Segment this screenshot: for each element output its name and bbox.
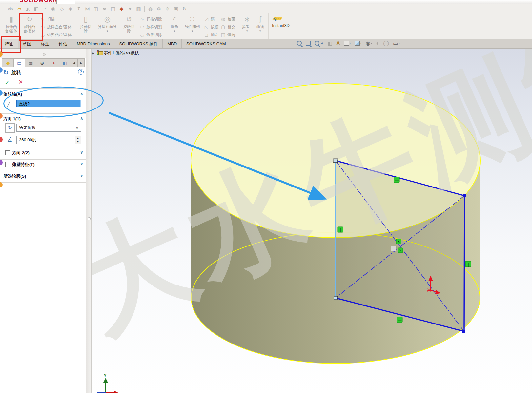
approve-icon[interactable]: ⊘	[165, 6, 170, 11]
measure-icon[interactable]: ▱	[16, 6, 22, 11]
direction2-checkbox[interactable]	[5, 150, 10, 155]
vertex-handle-topright[interactable]	[463, 194, 466, 197]
tab-mbd[interactable]: MBD	[163, 39, 182, 48]
compare-documents-icon[interactable]: ≍	[102, 6, 107, 11]
panel-tabs-left-arrow[interactable]: ◀	[71, 59, 78, 67]
edit-appearance-icon[interactable]: ◐	[376, 40, 379, 46]
options-icon[interactable]: ◆	[119, 6, 124, 11]
mass-properties-icon[interactable]: ◭	[25, 6, 31, 11]
horizontal-constraint-icon-2[interactable]: —	[398, 318, 402, 322]
swept-cut-button[interactable]: ∿扫描切除	[139, 15, 162, 23]
section-properties-icon[interactable]: ◧	[33, 6, 39, 11]
tab-mbd-dimensions[interactable]: MBD Dimensions	[72, 39, 114, 48]
refresh-icon[interactable]: ↻	[182, 6, 187, 11]
vertex-handle-bottomleft[interactable]	[334, 296, 337, 300]
cancel-button[interactable]: ✕	[18, 79, 23, 86]
options-dropdown-icon[interactable]: ▾	[127, 6, 133, 11]
panel-grip[interactable]	[43, 53, 46, 56]
linear-pattern-button[interactable]: ∷ 线性阵列 ▾	[182, 15, 202, 33]
loft-button[interactable]: ◠放样凸台/基体	[40, 23, 72, 31]
linear-pattern-dropdown-icon[interactable]: ▾	[192, 29, 193, 33]
deviation-analysis-icon[interactable]: ⋈	[85, 6, 90, 11]
vertical-constraint-icon-2[interactable]: |	[468, 262, 469, 267]
revolved-cut-button[interactable]: ↺ 旋转切 除	[120, 15, 138, 33]
view-orientation-icon[interactable]: ▾	[344, 41, 351, 46]
graphics-viewport[interactable]: — | | — ✕ ✕ Y	[86, 49, 532, 393]
end-condition-dropdown[interactable]: 给定深度 ∨	[16, 124, 81, 132]
previous-view-icon[interactable]: ◄	[315, 41, 323, 46]
draft-button[interactable]: ◺拔模	[204, 23, 218, 31]
shell-button[interactable]: ◻抽壳	[204, 31, 218, 39]
direction2-expand-icon[interactable]: ∨	[80, 150, 83, 155]
boundary-cut-button[interactable]: ◡边界切除	[139, 31, 162, 39]
hole-wizard-button[interactable]: ◎ 异型孔向导 ▾	[95, 15, 120, 33]
direction1-section-header[interactable]: 方向 1(1)	[3, 116, 21, 122]
horizontal-constraint-icon[interactable]: —	[395, 178, 399, 182]
vertex-handle-topleft[interactable]	[334, 159, 338, 163]
tab-displaymanager[interactable]: ◑	[48, 59, 59, 67]
tab-propertymanager[interactable]: ▤	[14, 59, 25, 67]
extruded-boss-button[interactable]: ▮ 拉伸凸 台/基体	[2, 15, 20, 33]
performance-evaluation-icon[interactable]: ◔	[42, 6, 48, 11]
design-table-icon[interactable]: ▦	[136, 6, 141, 11]
splitter-handle[interactable]	[88, 217, 91, 220]
view-settings-icon[interactable]: ▭▾	[393, 40, 400, 46]
spell-check-icon[interactable]: Abc	[8, 6, 13, 11]
tab-pane-extra[interactable]: ◧	[59, 59, 71, 67]
annotations-icon[interactable]: A	[336, 40, 340, 46]
curvature-icon[interactable]: ◉	[51, 6, 56, 11]
copy-settings-icon[interactable]: ▣	[173, 6, 179, 11]
geometry-analysis-icon[interactable]: ◈	[68, 6, 73, 11]
instant3d-button[interactable]: ↘ Instant3D	[272, 16, 290, 39]
fillet-button[interactable]: ◜ 圆角 ▾	[167, 15, 182, 33]
document-tab[interactable]	[56, 0, 75, 5]
extruded-cut-button[interactable]: ▯ 拉伸切 除	[76, 15, 95, 33]
equations-icon[interactable]: Σ	[76, 6, 82, 11]
tab-solidworks-cam[interactable]: SOLIDWORKS CAM	[182, 39, 231, 48]
tab-evaluate[interactable]: 评估	[54, 39, 72, 48]
confirm-button[interactable]: ✓	[5, 79, 10, 86]
tab-featuremanager[interactable]: ◆	[2, 59, 14, 67]
file-properties-icon[interactable]: ▤	[110, 6, 116, 11]
intersection-constraint-icon-2[interactable]: ✕	[399, 249, 401, 252]
tree-expand-icon[interactable]: ▶	[92, 51, 94, 55]
angle-input[interactable]: 360.00度 ▲ ▼	[16, 136, 81, 144]
tab-dimxpert[interactable]: ⊕	[36, 59, 48, 67]
selected-contours-expand-icon[interactable]: ∨	[80, 173, 83, 178]
fillet-dropdown-icon[interactable]: ▾	[174, 29, 175, 33]
thin-feature-section-header[interactable]: 薄壁特征(T)	[12, 162, 35, 167]
direction2-section-header[interactable]: 方向 2(2)	[12, 150, 30, 156]
curves-button[interactable]: ∫ 曲线 ▾	[254, 15, 266, 33]
feature-tree-root-label[interactable]: 零件1 (默认<<默认...	[104, 50, 143, 56]
reorganize-icon[interactable]: ◍	[148, 6, 153, 11]
display-style-icon[interactable]: ▾	[355, 41, 362, 46]
vertical-constraint-icon[interactable]: |	[340, 227, 341, 232]
apply-scene-icon[interactable]: ◯	[383, 40, 389, 46]
mirror-button[interactable]: ◫镜向	[220, 31, 235, 39]
check-entity-icon[interactable]: ◇	[59, 6, 65, 11]
model-canvas[interactable]: — | | — ✕ ✕ Y	[86, 49, 532, 393]
reverse-direction-button[interactable]: ↻	[5, 123, 15, 133]
lofted-cut-button[interactable]: ◠放样切割	[139, 23, 162, 31]
zoom-to-fit-icon[interactable]	[297, 41, 302, 46]
wrap-button[interactable]: ◍包覆	[220, 15, 235, 23]
update-status-icon[interactable]: ⊛	[156, 6, 162, 11]
zoom-to-area-icon[interactable]	[306, 41, 311, 46]
spinner-down-icon[interactable]: ▼	[75, 140, 81, 144]
spinner-up-icon[interactable]: ▲	[75, 136, 81, 140]
hide-show-items-icon[interactable]: ◉▾	[366, 40, 372, 46]
boundary-button[interactable]: ◡边界凸台/基体	[40, 31, 72, 39]
zebra-stripes-icon[interactable]: ◫	[93, 6, 99, 11]
curves-dropdown-icon[interactable]: ▾	[259, 29, 261, 33]
selected-contours-section-header[interactable]: 所选轮廓(S)	[3, 173, 26, 179]
tab-markup[interactable]: 标注	[36, 39, 54, 48]
tab-configurationmanager[interactable]: ▦	[25, 59, 37, 67]
angle-spinner[interactable]: ▲ ▼	[75, 136, 81, 144]
thin-feature-expand-icon[interactable]: ∨	[80, 162, 83, 166]
reference-dropdown-icon[interactable]: ▾	[246, 29, 248, 33]
hole-wizard-dropdown-icon[interactable]: ▾	[107, 29, 108, 33]
section-view-icon[interactable]: ◧	[327, 40, 332, 46]
thin-feature-checkbox[interactable]	[5, 162, 10, 167]
tab-addins[interactable]: SOLIDWORKS 插件	[114, 39, 163, 48]
reference-geometry-button[interactable]: ∗ 参考... ▾	[240, 15, 254, 33]
